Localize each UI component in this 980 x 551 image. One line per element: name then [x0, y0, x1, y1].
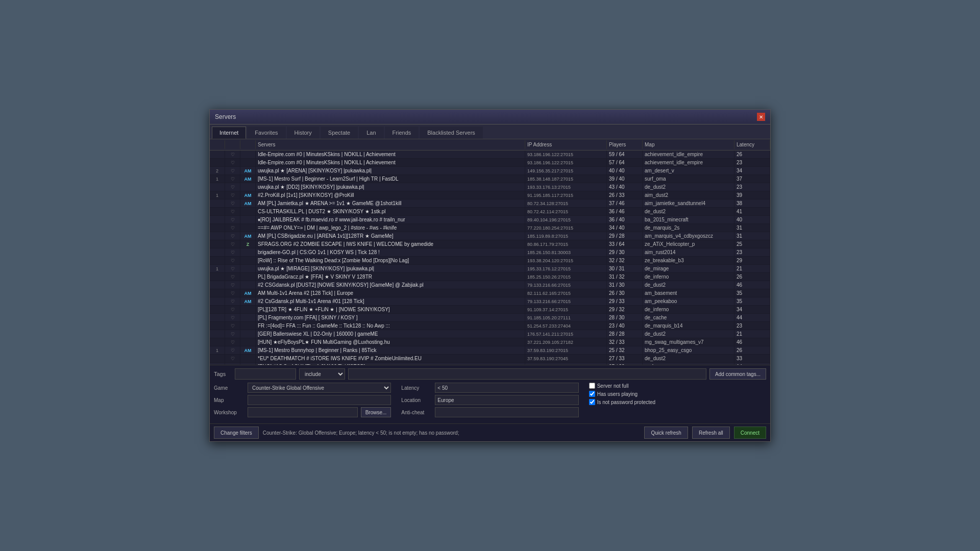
- row-fav-icon[interactable]: ♡: [225, 199, 240, 207]
- row-fav-icon[interactable]: ♡: [225, 322, 240, 330]
- row-fav-icon[interactable]: ♡: [225, 338, 240, 346]
- row-server-name[interactable]: [PL] Fragmenty.com [FFA] [ SKINY / KOSY …: [256, 314, 525, 321]
- table-row[interactable]: ♡ [RoW] :: Rise of The Walking Dead:x [Z…: [210, 257, 770, 265]
- header-players[interactable]: Players: [607, 140, 643, 149]
- tags-input[interactable]: [235, 368, 296, 380]
- row-server-name[interactable]: AM [PL] Jamietka.pl ★ ARENA >= 1v1 ★ Gam…: [256, 199, 525, 207]
- row-server-name[interactable]: #2 CSGdansk.pl [DUST2] [NOWE SKINY/KOSY]…: [256, 281, 525, 289]
- table-row[interactable]: ♡ AM AM [PL] CSBrigadzie.eu | [ARENA 1v1…: [210, 232, 770, 240]
- row-fav-icon[interactable]: ♡: [225, 208, 240, 215]
- table-row[interactable]: ♡ CS-ULTRASKILL.PL | DUST2 ★ SKINY/KOSY …: [210, 208, 770, 216]
- server-not-full-checkbox[interactable]: [589, 383, 595, 389]
- row-server-name[interactable]: AM [PL] CSBrigadzie.eu | [ARENA 1v1][128…: [256, 232, 525, 240]
- table-row[interactable]: ♡ [PL][128 TR] ★ 4FLiN ★ +FLiN ★ | [NOWE…: [210, 306, 770, 314]
- row-server-name[interactable]: #2 CsGdansk.pl Multi-1v1 Arena #01 [128 …: [256, 297, 525, 305]
- table-row[interactable]: ♡ PL] BrigadaGracz.pl ★ [FFA] ★ V SKINY …: [210, 273, 770, 281]
- close-button[interactable]: ✕: [757, 113, 765, 121]
- table-row[interactable]: 1 ♡ AM [MS-1] Mestro Bunnyhop | Beginner…: [210, 346, 770, 355]
- row-server-name[interactable]: SFRAGS.ORG #2 ZOMBIE ESCAPE | IWS KNIFE …: [256, 240, 525, 248]
- table-row[interactable]: 1 ♡ AM [MS-1] Mestro Surf | Beginner - L…: [210, 175, 770, 183]
- row-fav-icon[interactable]: ♡: [225, 175, 240, 183]
- table-row[interactable]: ♡ uwujka.pl ★ [DD2] [SKINY/KOSY] |pukawk…: [210, 183, 770, 191]
- row-server-name[interactable]: ♦[RO] JAILBREAK # fb.maevid.ro # www.jai…: [256, 216, 525, 223]
- row-fav-icon[interactable]: ♡: [225, 216, 240, 223]
- anticheat-input[interactable]: [435, 407, 578, 417]
- table-row[interactable]: ♡ *EU* DEATHMATCH # iSTORE IWS KNIFE #VI…: [210, 355, 770, 363]
- workshop-input[interactable]: [248, 407, 358, 417]
- table-row[interactable]: ♡ Z SFRAGS.ORG #2 ZOMBIE ESCAPE | IWS KN…: [210, 240, 770, 248]
- row-fav-icon[interactable]: ♡: [225, 273, 240, 281]
- header-col3[interactable]: [240, 140, 256, 149]
- table-row[interactable]: ♡ AM AM [PL] Jamietka.pl ★ ARENA >= 1v1 …: [210, 199, 770, 208]
- table-row[interactable]: 1 ♡ [ENG] #1S Surf Skill [Tier 1-2] [100…: [210, 363, 770, 365]
- row-fav-icon[interactable]: ♡: [225, 289, 240, 297]
- row-fav-icon[interactable]: ♡: [225, 346, 240, 354]
- row-server-name[interactable]: uwujka.pl ★ [DD2] [SKINY/KOSY] |pukawka.…: [256, 183, 525, 191]
- table-row[interactable]: ♡ [HUN] ★eFlyBoysPL★ FUN MultiGaming @Lu…: [210, 338, 770, 346]
- row-server-name[interactable]: [RoW] :: Rise of The Walking Dead:x [Zom…: [256, 257, 525, 264]
- latency-input[interactable]: [435, 383, 578, 393]
- header-latency[interactable]: Latency: [734, 140, 770, 149]
- row-server-name[interactable]: AM Multi-1v1 Arena #2 [128 Tick] | Europ…: [256, 289, 525, 297]
- table-row[interactable]: ♡ brigadiere-GO.pl | CS:GO 1v1 | KOSY WS…: [210, 248, 770, 257]
- row-server-name[interactable]: CS-ULTRASKILL.PL | DUST2 ★ SKINY/KOSY ★ …: [256, 208, 525, 215]
- header-ip[interactable]: IP Address: [525, 140, 607, 149]
- tab-lan[interactable]: Lan: [359, 127, 383, 139]
- header-col1[interactable]: [210, 140, 225, 149]
- header-col2[interactable]: [225, 140, 240, 149]
- header-map[interactable]: Map: [643, 140, 734, 149]
- row-server-name[interactable]: FR :=[4od]= FFA ::: Fun :: GameMe :: Tic…: [256, 322, 525, 330]
- table-row[interactable]: ♡ #2 CSGdansk.pl [DUST2] [NOWE SKINY/KOS…: [210, 281, 770, 289]
- table-row[interactable]: ♡ [PL] Fragmenty.com [FFA] [ SKINY / KOS…: [210, 314, 770, 322]
- browse-button[interactable]: Browse...: [361, 407, 391, 417]
- tab-spectate[interactable]: Spectate: [321, 127, 358, 139]
- tab-favorites[interactable]: Favorites: [247, 127, 285, 139]
- table-row[interactable]: ♡ Idle-Empire.com #0 | MinutesKSkins | N…: [210, 151, 770, 159]
- tab-internet[interactable]: Internet: [212, 127, 246, 139]
- row-fav-icon[interactable]: ♡: [225, 306, 240, 313]
- row-fav-icon[interactable]: ♡: [225, 248, 240, 256]
- table-row[interactable]: ♡ [GER] Ballerswiese XL | D2-Only | 1600…: [210, 330, 770, 338]
- row-fav-icon[interactable]: ♡: [225, 232, 240, 240]
- row-fav-icon[interactable]: ♡: [225, 355, 240, 362]
- row-server-name[interactable]: uwujka.pl ★ [MIRAGE] [SKINY/KOSY] |pukaw…: [256, 265, 525, 272]
- row-fav-icon[interactable]: ♡: [225, 151, 240, 158]
- has-users-checkbox[interactable]: [589, 391, 595, 397]
- row-server-name[interactable]: Idle-Empire.com #0 | MinutesKSkins | NOK…: [256, 159, 525, 166]
- table-row[interactable]: ♡ AM #2 CsGdansk.pl Multi-1v1 Arena #01 …: [210, 297, 770, 306]
- row-fav-icon[interactable]: ♡: [225, 297, 240, 305]
- location-input[interactable]: [435, 395, 578, 405]
- row-fav-icon[interactable]: ♡: [225, 240, 240, 248]
- table-row[interactable]: 1 ♡ AM #2.ProKill.pl [1v1] [SKINY/KOSY] …: [210, 191, 770, 199]
- quick-refresh-button[interactable]: Quick refresh: [644, 427, 688, 439]
- map-input[interactable]: [248, 395, 391, 405]
- row-fav-icon[interactable]: ♡: [225, 191, 240, 199]
- table-row[interactable]: ♡ ==#= AWP ONLY=» | DM | awp_lego_2 | #s…: [210, 224, 770, 232]
- tags-select[interactable]: include exclude: [299, 368, 345, 380]
- row-server-name[interactable]: PL] BrigadaGracz.pl ★ [FFA] ★ V SKINY V …: [256, 273, 525, 281]
- change-filters-button[interactable]: Change filters: [214, 427, 259, 439]
- row-fav-icon[interactable]: ♡: [225, 330, 240, 338]
- table-row[interactable]: 2 ♡ AM uwujka.pl ★ [ARENA] [SKINY/KOSY] …: [210, 167, 770, 175]
- refresh-all-button[interactable]: Refresh all: [692, 427, 730, 439]
- row-server-name[interactable]: [HUN] ★eFlyBoysPL★ FUN MultiGaming @Luxh…: [256, 338, 525, 346]
- row-server-name[interactable]: *EU* DEATHMATCH # iSTORE IWS KNIFE #VIP …: [256, 355, 525, 362]
- row-fav-icon[interactable]: ♡: [225, 314, 240, 321]
- row-server-name[interactable]: [MS-1] Mestro Bunnyhop | Beginner | Rank…: [256, 346, 525, 354]
- no-password-checkbox[interactable]: [589, 399, 595, 405]
- table-row[interactable]: 1 ♡ uwujka.pl ★ [MIRAGE] [SKINY/KOSY] |p…: [210, 265, 770, 273]
- header-servers[interactable]: Servers: [256, 140, 525, 149]
- table-row[interactable]: ♡ Idle-Empire.com #0 | MinutesKSkins | N…: [210, 159, 770, 167]
- row-server-name[interactable]: [GER] Ballerswiese XL | D2-Only | 160000…: [256, 330, 525, 338]
- row-fav-icon[interactable]: ♡: [225, 281, 240, 289]
- row-fav-icon[interactable]: ♡: [225, 363, 240, 365]
- row-server-name[interactable]: [ENG] #1S Surf Skill [Tier 1-2] [100 Tic…: [256, 363, 525, 365]
- table-row[interactable]: ♡ FR :=[4od]= FFA ::: Fun :: GameMe :: T…: [210, 322, 770, 330]
- row-server-name[interactable]: #2.ProKill.pl [1v1] [SKINY/KOSY] @ProKil…: [256, 191, 525, 199]
- row-fav-icon[interactable]: ♡: [225, 159, 240, 166]
- tab-friends[interactable]: Friends: [385, 127, 419, 139]
- row-fav-icon[interactable]: ♡: [225, 265, 240, 272]
- table-row[interactable]: ♡ AM AM Multi-1v1 Arena #2 [128 Tick] | …: [210, 289, 770, 297]
- row-fav-icon[interactable]: ♡: [225, 257, 240, 264]
- table-row[interactable]: ♡ ♦[RO] JAILBREAK # fb.maevid.ro # www.j…: [210, 216, 770, 224]
